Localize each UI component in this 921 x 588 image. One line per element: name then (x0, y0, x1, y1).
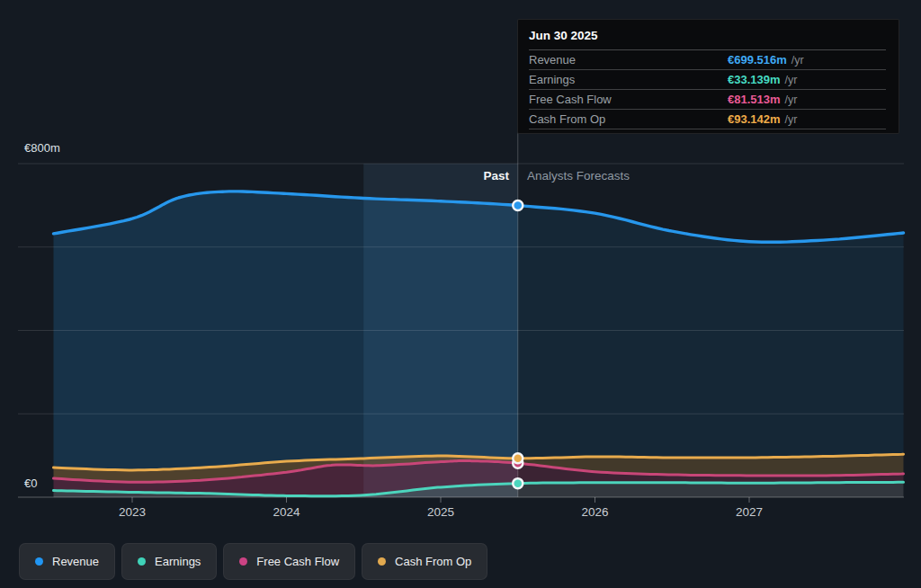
tooltip-unit: /yr (785, 74, 798, 86)
tooltip-row-free-cash-flow: Free Cash Flow €81.513m /yr (529, 90, 886, 110)
tooltip-label: Free Cash Flow (529, 93, 728, 106)
tooltip-value: €33.139m (728, 73, 781, 86)
legend-label: Earnings (155, 555, 201, 568)
legend-label: Revenue (52, 555, 99, 568)
marker-earnings[interactable] (513, 478, 523, 488)
cash-from-op-dot-icon (378, 557, 386, 566)
legend-label: Free Cash Flow (256, 555, 339, 568)
legend-item-cash-from-op[interactable]: Cash From Op (362, 543, 487, 580)
marker-revenue[interactable] (513, 200, 523, 210)
chart-legend: Revenue Earnings Free Cash Flow Cash Fro… (19, 543, 487, 580)
y-axis-label-800m: €800m (24, 141, 60, 155)
tooltip-value: €81.513m (728, 93, 781, 106)
tooltip-row-revenue: Revenue €699.516m /yr (529, 50, 886, 70)
x-axis-label-2027: 2027 (713, 505, 785, 519)
past-label: Past (0, 169, 509, 183)
y-axis-label-zero: €0 (24, 477, 37, 490)
x-axis-label-2025: 2025 (405, 505, 477, 519)
tooltip-label: Cash From Op (529, 112, 728, 126)
tooltip-date: Jun 30 2025 (529, 25, 886, 50)
tooltip-unit: /yr (785, 113, 798, 126)
legend-label: Cash From Op (395, 555, 471, 568)
tooltip-label: Earnings (529, 73, 728, 86)
earnings-revenue-growth-chart: €800m €0 Past Analysts Forecasts 2023 20… (0, 0, 921, 588)
chart-tooltip: Jun 30 2025 Revenue €699.516m /yr Earnin… (517, 19, 899, 134)
x-axis-label-2026: 2026 (559, 505, 631, 519)
tooltip-row-cash-from-op: Cash From Op €93.142m /yr (529, 110, 886, 129)
tooltip-value: €93.142m (728, 112, 781, 126)
x-axis-label-2024: 2024 (251, 505, 323, 519)
analysts-forecasts-label: Analysts Forecasts (527, 169, 630, 183)
marker-cash-from-op[interactable] (513, 453, 523, 463)
revenue-dot-icon (35, 557, 43, 566)
tooltip-unit: /yr (785, 94, 798, 106)
legend-item-revenue[interactable]: Revenue (19, 543, 115, 580)
tooltip-row-earnings: Earnings €33.139m /yr (529, 70, 886, 90)
tooltip-unit: /yr (791, 54, 804, 67)
free-cash-flow-dot-icon (239, 557, 247, 566)
tooltip-value: €699.516m (728, 53, 787, 67)
tooltip-label: Revenue (529, 53, 728, 67)
x-axis-label-2023: 2023 (96, 505, 168, 519)
earnings-dot-icon (138, 557, 146, 566)
legend-item-free-cash-flow[interactable]: Free Cash Flow (223, 543, 355, 580)
legend-item-earnings[interactable]: Earnings (121, 543, 217, 580)
